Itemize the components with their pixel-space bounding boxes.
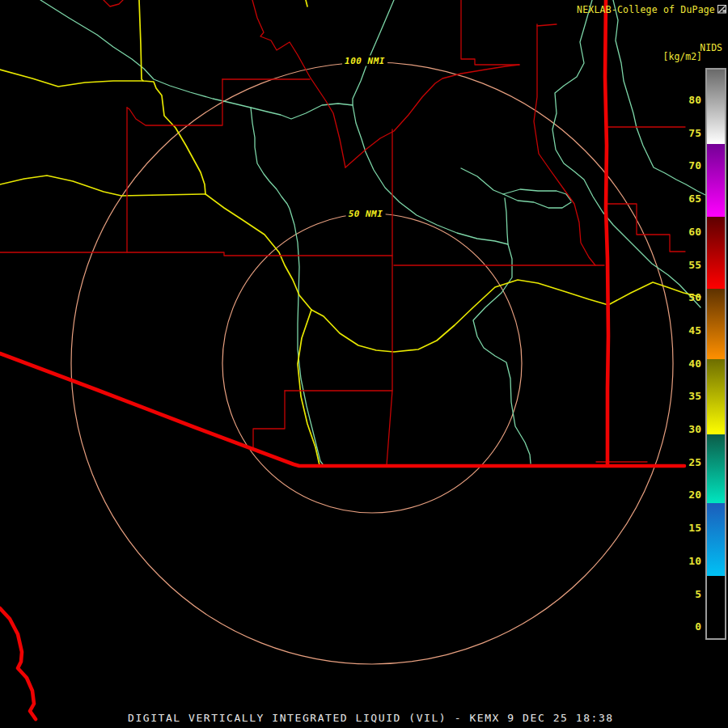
colorbar-tick-label: 45: [688, 324, 701, 336]
county-line: [127, 79, 222, 125]
county-line: [461, 0, 519, 65]
colorbar: [705, 68, 726, 640]
highway: [0, 70, 143, 87]
colorbar-tick-label: 30: [688, 423, 701, 435]
colorbar-tick-label: 5: [695, 588, 701, 600]
colorbar-tick-label: 75: [688, 127, 701, 139]
colorbar-tick-label: 35: [688, 390, 701, 402]
colorbar-segment: [707, 144, 725, 217]
colorbar-segment: [707, 576, 725, 638]
colorbar-tick-label: 15: [688, 522, 701, 534]
range-ring-50nmi: [222, 214, 522, 513]
range-ring-label-100: 100 NMI: [342, 56, 387, 66]
county-line: [0, 252, 392, 256]
radar-display: 50 NMI 100 NMI NEXLAB-College of DuPage …: [0, 0, 728, 728]
range-ring-100nmi: [71, 62, 673, 664]
highway: [311, 280, 700, 352]
cod-logo-icon: [717, 4, 726, 14]
page-title: NEXLAB-College of DuPage: [577, 4, 715, 15]
colorbar-tick-label: 60: [688, 226, 701, 238]
river: [552, 0, 700, 307]
radar-map: [0, 0, 728, 728]
border-road: [0, 608, 36, 719]
river: [505, 198, 508, 244]
colorbar-segment: [707, 503, 725, 576]
colorbar-tick-label: 0: [695, 620, 701, 633]
colorbar-tick-label: 40: [688, 358, 701, 370]
county-line: [537, 24, 557, 26]
product-title-timestamp: DIGITAL VERTICALLY INTEGRATED LIQUID (VI…: [128, 712, 614, 724]
highway: [306, 0, 307, 6]
colorbar-tick-label: 25: [688, 456, 701, 468]
county-line: [607, 204, 685, 252]
county-line: [387, 129, 392, 465]
highway: [139, 0, 205, 194]
colorbar-segment: [707, 217, 725, 289]
highway: [298, 310, 320, 465]
colorbar-segment: [707, 70, 725, 144]
county-line: [252, 0, 345, 167]
river: [461, 168, 571, 201]
colorbar-segment: [707, 434, 725, 503]
range-ring-label-50: 50 NMI: [346, 209, 386, 219]
colorbar-segment: [707, 359, 725, 434]
colorbar-segment: [707, 289, 725, 359]
colorbar-tick-label: 20: [688, 489, 701, 501]
colorbar-tick-label: 65: [688, 193, 701, 205]
river: [251, 108, 323, 464]
highway: [0, 176, 205, 196]
colorbar-tick-label: 10: [688, 555, 701, 567]
scale-title: NIDS: [700, 42, 722, 53]
river: [40, 0, 353, 119]
county-line: [345, 65, 519, 167]
county-line: [253, 391, 285, 449]
colorbar-tick-label: 80: [688, 94, 701, 106]
colorbar-tick-label: 55: [688, 259, 701, 271]
colorbar-tick-label: 50: [688, 291, 701, 303]
river: [503, 194, 571, 208]
county-line: [104, 0, 123, 6]
colorbar-tick-label: 70: [688, 159, 701, 171]
international-border: [0, 353, 684, 466]
state-border: [605, 0, 608, 466]
river: [353, 0, 531, 463]
scale-units: [kg/m2]: [663, 51, 702, 62]
county-line: [534, 24, 595, 265]
